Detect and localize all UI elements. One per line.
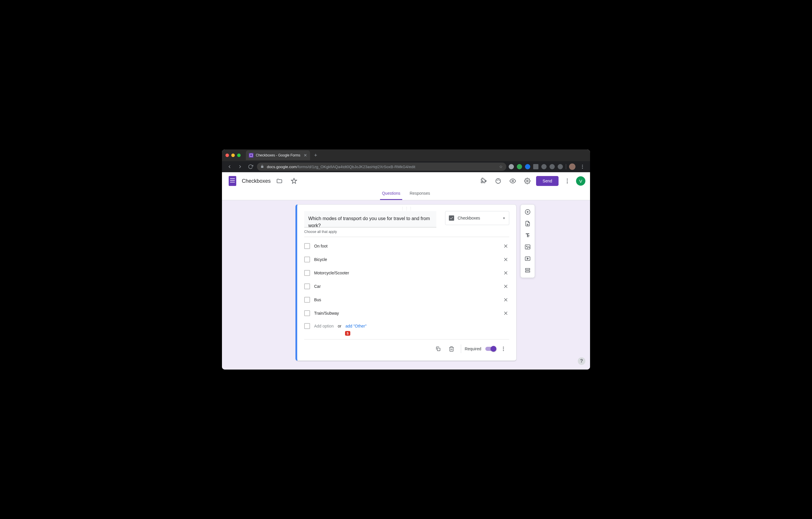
extension-icon[interactable] (509, 164, 514, 169)
minimize-window-button[interactable] (231, 154, 235, 157)
form-tabs: Questions Responses (222, 187, 590, 200)
add-section-button[interactable] (521, 265, 534, 276)
option-row: Train/Subway (304, 306, 509, 320)
extension-icon[interactable] (517, 164, 522, 169)
extension-icon[interactable] (525, 164, 530, 169)
reload-button[interactable] (246, 163, 255, 171)
question-more-menu-button[interactable] (498, 343, 509, 355)
chevron-down-icon: ▼ (502, 217, 505, 220)
star-button[interactable] (288, 175, 300, 187)
tab-bar: Checkboxes - Google Forms ✕ + (222, 149, 590, 161)
question-header: Checkboxes ▼ (297, 211, 516, 227)
checkbox-icon (304, 323, 310, 329)
forward-button[interactable] (236, 163, 244, 171)
window-controls (226, 154, 241, 157)
remove-option-button[interactable] (502, 256, 509, 263)
option-label-input[interactable]: On foot (314, 244, 498, 248)
svg-point-5 (498, 179, 499, 180)
option-label-input[interactable]: Bicycle (314, 257, 498, 262)
help-button[interactable]: ? (578, 357, 585, 365)
svg-point-15 (503, 350, 504, 351)
extension-icon[interactable] (550, 164, 555, 169)
svg-point-4 (497, 180, 498, 181)
svg-point-6 (499, 180, 500, 181)
add-title-button[interactable] (521, 230, 534, 241)
chrome-menu-button[interactable] (578, 163, 586, 171)
svg-point-18 (526, 246, 527, 247)
option-label-input[interactable]: Bus (314, 297, 498, 302)
option-label-input[interactable]: Train/Subway (314, 311, 498, 316)
required-toggle[interactable] (485, 347, 496, 351)
extension-icon[interactable] (533, 164, 539, 169)
import-questions-button[interactable] (521, 218, 534, 229)
remove-option-button[interactable] (502, 310, 509, 317)
address-bar: docs.google.com/forms/d/1zg_OKgkfiAQa4td… (222, 161, 590, 172)
drag-dots-icon: ⋮⋮⋮ (401, 207, 413, 211)
add-image-button[interactable] (521, 241, 534, 252)
checkbox-icon (304, 310, 310, 316)
svg-point-2 (582, 168, 583, 169)
browser-chrome: Checkboxes - Google Forms ✕ + docs.googl… (222, 149, 590, 172)
extension-icon[interactable] (541, 164, 547, 169)
svg-rect-21 (526, 271, 530, 272)
preview-button[interactable] (507, 175, 519, 187)
bookmark-star-icon[interactable]: ☆ (499, 164, 503, 169)
form-title[interactable]: Checkboxes (242, 178, 271, 184)
checkbox-icon (304, 243, 310, 249)
send-button[interactable]: Send (536, 176, 558, 186)
floating-toolbar (520, 204, 535, 278)
or-text: or (338, 324, 341, 328)
option-label-input[interactable]: Car (314, 284, 498, 289)
checkbox-icon (304, 270, 310, 276)
option-row: On foot (304, 239, 509, 253)
url-path: /forms/d/1zg_OKgkfiAQa4tdt0QbJoJK23asHqt… (297, 165, 415, 169)
google-forms-logo-icon[interactable] (227, 175, 238, 187)
tab-questions[interactable]: Questions (380, 187, 402, 200)
drag-handle[interactable]: ⋮⋮⋮ (297, 204, 516, 211)
extension-icon[interactable] (558, 164, 563, 169)
form-canvas: ⋮⋮⋮ Checkboxes ▼ Choose all that apply O… (222, 200, 590, 370)
duplicate-button[interactable] (432, 343, 444, 355)
checkbox-type-icon (449, 215, 454, 221)
question-type-dropdown[interactable]: Checkboxes ▼ (445, 211, 509, 225)
addons-button[interactable] (478, 175, 489, 187)
svg-point-0 (582, 165, 583, 165)
more-menu-button[interactable] (561, 175, 573, 187)
add-other-link[interactable]: add "Other" (345, 324, 366, 328)
maximize-window-button[interactable] (237, 154, 241, 157)
svg-point-8 (527, 180, 528, 182)
extension-icons (509, 163, 586, 171)
chrome-profile-avatar[interactable] (569, 163, 576, 170)
notification-badge: 5 (345, 331, 350, 336)
new-tab-button[interactable]: + (314, 153, 317, 159)
url-input[interactable]: docs.google.com/forms/d/1zg_OKgkfiAQa4td… (257, 163, 506, 171)
question-description[interactable]: Choose all that apply (297, 227, 516, 237)
question-card[interactable]: ⋮⋮⋮ Checkboxes ▼ Choose all that apply O… (295, 204, 517, 361)
add-video-button[interactable] (521, 253, 534, 264)
remove-option-button[interactable] (502, 243, 509, 250)
svg-point-11 (567, 183, 568, 184)
option-row: Car (304, 280, 509, 293)
account-avatar[interactable]: V (576, 176, 585, 186)
question-footer: Required (304, 339, 509, 359)
option-label-input[interactable]: Motorcycle/Scooter (314, 271, 498, 275)
tab-favicon-icon (249, 153, 254, 158)
close-tab-button[interactable]: ✕ (303, 153, 307, 158)
svg-point-7 (512, 180, 514, 182)
remove-option-button[interactable] (502, 296, 509, 303)
add-option-placeholder[interactable]: Add option (314, 324, 334, 328)
question-text-input[interactable] (304, 211, 436, 227)
tab-responses[interactable]: Responses (408, 187, 432, 200)
remove-option-button[interactable] (502, 283, 509, 290)
theme-button[interactable] (492, 175, 504, 187)
back-button[interactable] (226, 163, 234, 171)
lock-icon (260, 165, 264, 169)
remove-option-button[interactable] (502, 269, 509, 276)
checkbox-icon (304, 256, 310, 263)
delete-button[interactable] (446, 343, 457, 355)
move-to-folder-button[interactable] (273, 175, 285, 187)
browser-tab[interactable]: Checkboxes - Google Forms ✕ (246, 150, 310, 160)
settings-button[interactable] (522, 175, 533, 187)
add-question-button[interactable] (521, 207, 534, 217)
close-window-button[interactable] (226, 154, 229, 157)
